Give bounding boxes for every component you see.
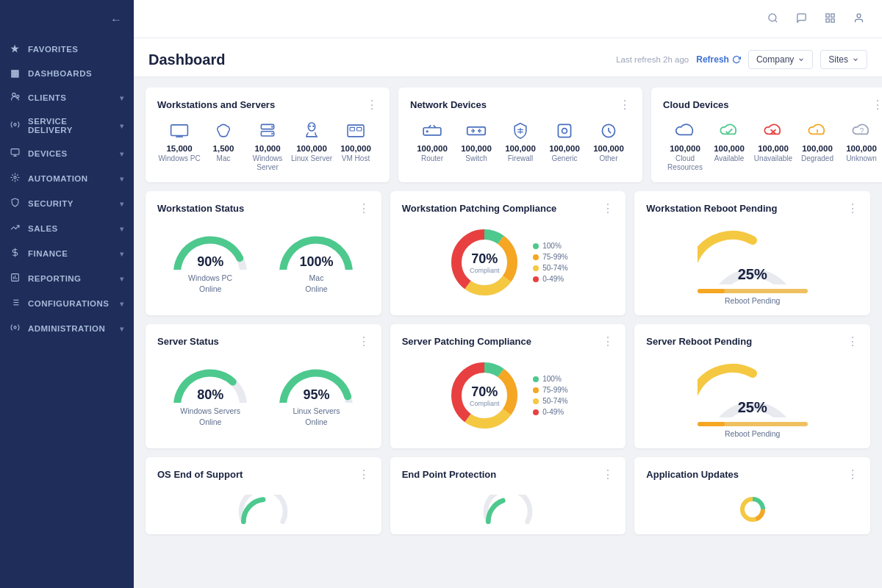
refresh-button[interactable]: Refresh — [696, 54, 741, 65]
sidebar-item-security[interactable]: SECURITY ▾ — [0, 191, 134, 216]
windows-pc-icon-wrap — [165, 119, 193, 143]
user-icon[interactable] — [850, 10, 867, 29]
server-row: Server Status ⋮ 80% Windows Server — [146, 324, 870, 448]
card-header: Workstation Status ⋮ — [157, 201, 370, 215]
card-menu-button[interactable]: ⋮ — [602, 334, 614, 348]
card-menu-button[interactable]: ⋮ — [847, 467, 858, 481]
sidebar-item-service-delivery[interactable]: SERVICE DELIVERY ▾ — [0, 110, 134, 141]
card-title: Workstations and Servers — [157, 99, 275, 110]
svg-rect-41 — [467, 127, 486, 135]
reboot-container: 25% Reboot Pending — [646, 223, 858, 305]
legend-item: 100% — [533, 375, 567, 383]
sidebar-item-sales[interactable]: SALES ▾ — [0, 216, 134, 241]
gauge-value: 80% — [197, 387, 223, 403]
donut-legend: 100% 75-99% 50-74% 0-49% — [533, 242, 567, 283]
card-title: End Point Protection — [402, 469, 497, 480]
legend-label: 75-99% — [542, 253, 567, 261]
sidebar-item-finance[interactable]: FINANCE ▾ — [0, 241, 134, 266]
card-header: Workstations and Servers ⋮ — [157, 98, 378, 112]
sidebar-item-clients[interactable]: CLIENTS ▾ — [0, 85, 134, 110]
chevron-icon: ▾ — [120, 122, 123, 130]
configurations-icon — [10, 298, 22, 309]
device-item-generic: 100,000 Generic — [542, 119, 587, 163]
automation-icon — [10, 173, 22, 184]
card-title: Server Status — [157, 336, 219, 347]
reboot-container: 25% Reboot Pending — [646, 356, 858, 438]
device-item-mac: 1,500 Mac — [201, 119, 245, 163]
firewall-icon-wrap — [506, 119, 534, 143]
sidebar-item-reporting[interactable]: REPORTING ▾ — [0, 266, 134, 291]
sidebar-item-favorites[interactable]: ★ FAVORITES — [0, 37, 134, 61]
card-menu-button[interactable]: ⋮ — [358, 334, 370, 348]
device-count: 100,000 — [461, 144, 492, 153]
other-icon-wrap — [595, 119, 623, 143]
device-item-firewall: 100,000 Firewall — [498, 119, 542, 163]
sidebar-item-automation[interactable]: AUTOMATION ▾ — [0, 166, 134, 191]
legend-label: 50-74% — [542, 397, 567, 405]
card-menu-button[interactable]: ⋮ — [358, 201, 370, 215]
card-menu-button[interactable]: ⋮ — [619, 98, 631, 112]
legend-dot-yellow — [533, 265, 539, 271]
card-menu-button[interactable]: ⋮ — [358, 467, 370, 481]
card-title: Server Patching Compliance — [402, 336, 531, 347]
device-count: 100,000 — [714, 144, 745, 153]
sidebar-item-administration[interactable]: ADMINISTRATION ▾ — [0, 316, 134, 341]
chat-icon[interactable] — [793, 10, 810, 29]
device-label: Cloud Resources — [663, 154, 707, 172]
back-icon[interactable]: ← — [110, 13, 122, 26]
chevron-icon: ▾ — [120, 175, 123, 183]
chevron-icon: ▾ — [120, 275, 123, 283]
gauge-partial-svg — [467, 495, 548, 524]
svg-rect-36 — [357, 127, 362, 131]
card-menu-button[interactable]: ⋮ — [847, 201, 858, 215]
sidebar-item-label: FINANCE — [28, 249, 68, 258]
sidebar-item-dashboards[interactable]: ▦ DASHBOARDS — [0, 61, 134, 85]
device-count: 10,000 — [254, 144, 280, 153]
grid-icon[interactable] — [822, 10, 839, 29]
devices-icon — [10, 148, 22, 159]
card-menu-button[interactable]: ⋮ — [847, 334, 858, 348]
available-icon-wrap — [715, 119, 743, 143]
server-status-card: Server Status ⋮ 80% Windows Server — [146, 324, 381, 448]
legend-dot-green — [533, 243, 539, 249]
legend-item: 0-49% — [533, 408, 567, 416]
device-count: 100,000 — [417, 144, 448, 153]
legend-label: 50-74% — [542, 264, 567, 272]
chevron-icon: ▾ — [120, 150, 123, 158]
devices-row: 15,000 Windows PC 1,500 Mac — [157, 119, 378, 172]
svg-point-30 — [271, 133, 273, 135]
sites-dropdown[interactable]: Sites — [820, 50, 867, 69]
card-menu-button[interactable]: ⋮ — [602, 467, 614, 481]
search-icon[interactable] — [764, 10, 781, 29]
reboot-bar — [698, 422, 808, 426]
workstation-status-card: Workstation Status ⋮ 90% Windows P — [146, 191, 381, 315]
svg-point-1 — [17, 95, 19, 97]
svg-text:?: ? — [859, 127, 864, 135]
card-title: Workstation Status — [157, 203, 244, 214]
device-label: Windows PC — [158, 154, 200, 163]
device-label: Router — [421, 154, 443, 163]
card-menu-button[interactable]: ⋮ — [872, 98, 882, 112]
card-header: End Point Protection ⋮ — [402, 467, 614, 481]
devices-row: 100,000 Router 100,000 Switch — [410, 119, 631, 163]
sites-label: Sites — [828, 54, 848, 65]
reboot-label: Reboot Pending — [725, 296, 780, 305]
sidebar-item-configurations[interactable]: CONFIGURATIONS ▾ — [0, 291, 134, 316]
device-count: 100,000 — [593, 144, 624, 153]
device-item-other: 100,000 Other — [587, 119, 631, 163]
card-header: Cloud Devices ⋮ — [663, 98, 882, 112]
dashboard-header: Dashboard Last refresh 2h ago Refresh Co… — [134, 38, 882, 77]
svg-point-46 — [562, 129, 567, 134]
device-label: Other — [599, 154, 617, 163]
device-count: 100,000 — [505, 144, 536, 153]
sidebar-item-devices[interactable]: DEVICES ▾ — [0, 141, 134, 166]
server-patching-card: Server Patching Compliance ⋮ 70% — [390, 324, 626, 448]
sidebar-back[interactable]: ← — [0, 0, 134, 34]
card-menu-button[interactable]: ⋮ — [602, 201, 614, 215]
svg-point-32 — [309, 126, 310, 127]
sidebar-item-label: DEVICES — [28, 149, 68, 158]
company-dropdown[interactable]: Company — [748, 50, 813, 69]
card-menu-button[interactable]: ⋮ — [366, 98, 378, 112]
device-count: 100,000 — [296, 144, 327, 153]
svg-point-33 — [312, 126, 314, 127]
